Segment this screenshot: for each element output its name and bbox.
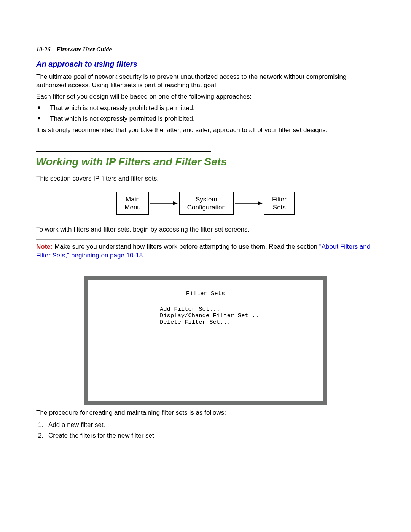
nav-box-line: Filter [272,196,287,203]
arrow-right-icon [149,200,179,206]
nav-box-filter-sets: Filter Sets [264,192,295,215]
note-text: . [143,252,145,259]
bullet-list: That which is not expressly prohibited i… [36,104,375,123]
book-title: Firmware User Guide [56,46,112,53]
paragraph: Each filter set you design will be based… [36,93,375,101]
subheading-approach: An approach to using filters [36,59,375,69]
nav-box-line: Configuration [187,204,226,211]
paragraph: To work with filters and filter sets, be… [36,225,375,234]
numbered-list: Add a new filter set. Create the filters… [36,421,375,440]
note-text: Make sure you understand how filters wor… [53,243,319,250]
paragraph: The procedure for creating and maintaini… [36,409,375,417]
terminal-menu: Add Filter Set... Display/Change Filter … [160,306,311,326]
section-heading: Working with IP Filters and Filter Sets [36,155,375,169]
paragraph: It is strongly recommended that you take… [36,126,375,134]
terminal-title: Filter Sets [100,291,311,297]
nav-box-line: Main [126,196,140,203]
list-item: That which is not expressly prohibited i… [45,104,375,112]
nav-box-main-menu: Main Menu [116,192,149,215]
list-item: Create the filters for the new filter se… [45,431,375,440]
section-divider [36,151,211,152]
nav-box-system-config: System Configuration [179,192,234,215]
nav-box-line: Sets [273,204,286,211]
arrow-right-icon [234,200,264,206]
terminal-menu-item: Display/Change Filter Set... [160,313,311,319]
paragraph: This section covers IP filters and filte… [36,174,375,183]
svg-marker-3 [258,201,263,205]
document-page: 10-26 Firmware User Guide An approach to… [0,0,411,482]
svg-marker-1 [173,201,178,205]
nav-box-line: System [196,196,217,203]
paragraph: The ultimate goal of network security is… [36,73,375,89]
nav-box-line: Menu [124,204,141,211]
list-item: That which is not expressly permitted is… [45,115,375,123]
terminal-menu-item: Delete Filter Set... [160,319,311,326]
list-item: Add a new filter set. [45,421,375,429]
note-block: Note: Make sure you understand how filte… [36,243,375,259]
note-divider-bottom [36,265,211,265]
page-number: 10-26 [36,46,50,53]
running-header: 10-26 Firmware User Guide [36,46,375,54]
terminal-screen: Filter Sets Add Filter Set... Display/Ch… [84,276,327,405]
breadcrumb-diagram: Main Menu System Configuration Filter Se… [36,192,375,215]
terminal-menu-item: Add Filter Set... [160,306,311,313]
note-divider-top [36,239,211,240]
note-label: Note: [36,243,53,250]
